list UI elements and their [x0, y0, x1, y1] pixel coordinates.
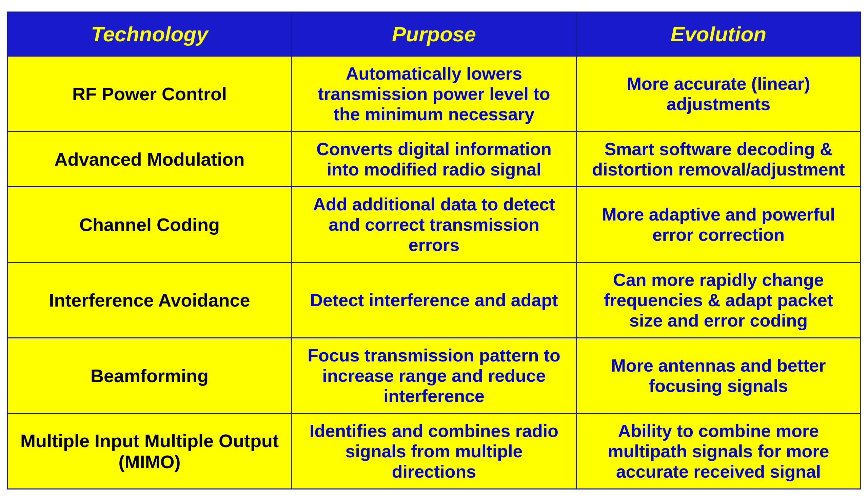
table-row: Interference AvoidanceDetect interferenc… — [8, 263, 861, 338]
table-row: BeamformingFocus transmission pattern to… — [8, 338, 861, 414]
purpose-cell-0: Automatically lowers transmission power … — [292, 56, 576, 132]
header-technology: Technology — [8, 12, 292, 56]
purpose-cell-5: Identifies and combines radio signals fr… — [292, 414, 576, 489]
evolution-cell-2: More adaptive and powerful error correct… — [576, 187, 861, 263]
purpose-cell-3: Detect interference and adapt — [292, 263, 576, 338]
table-row: Multiple Input Multiple Output (MIMO)Ide… — [8, 414, 861, 489]
table-row: Channel CodingAdd additional data to det… — [8, 187, 861, 263]
evolution-cell-0: More accurate (linear) adjustments — [576, 56, 861, 132]
evolution-cell-5: Ability to combine more multipath signal… — [576, 414, 861, 489]
purpose-cell-1: Converts digital information into modifi… — [292, 132, 576, 187]
tech-cell-0: RF Power Control — [8, 56, 292, 132]
table-container: Technology Purpose Evolution RF Power Co… — [0, 0, 868, 501]
table-body: RF Power ControlAutomatically lowers tra… — [8, 56, 861, 489]
tech-cell-5: Multiple Input Multiple Output (MIMO) — [8, 414, 292, 489]
evolution-cell-4: More antennas and better focusing signal… — [576, 338, 861, 414]
table-row: Advanced ModulationConverts digital info… — [8, 132, 861, 187]
evolution-cell-3: Can more rapidly change frequencies & ad… — [576, 263, 861, 338]
main-table: Technology Purpose Evolution RF Power Co… — [7, 11, 861, 490]
purpose-cell-2: Add additional data to detect and correc… — [292, 187, 576, 263]
header-row: Technology Purpose Evolution — [8, 12, 861, 56]
header-evolution: Evolution — [576, 12, 861, 56]
tech-cell-4: Beamforming — [8, 338, 292, 414]
header-purpose: Purpose — [292, 12, 576, 56]
table-row: RF Power ControlAutomatically lowers tra… — [8, 56, 861, 132]
tech-cell-2: Channel Coding — [8, 187, 292, 263]
purpose-cell-4: Focus transmission pattern to increase r… — [292, 338, 576, 414]
tech-cell-1: Advanced Modulation — [8, 132, 292, 187]
tech-cell-3: Interference Avoidance — [8, 263, 292, 338]
evolution-cell-1: Smart software decoding & distortion rem… — [576, 132, 861, 187]
